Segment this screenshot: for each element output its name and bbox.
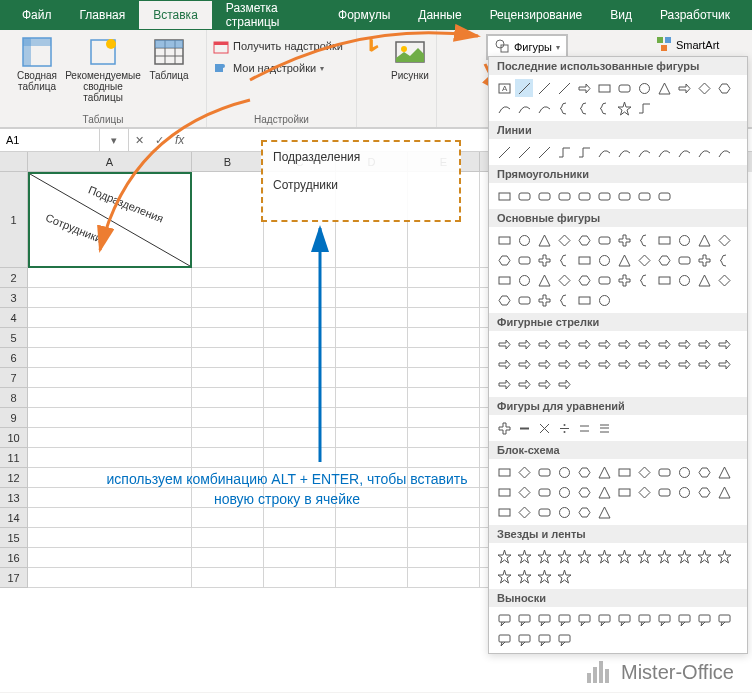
shape-item[interactable] bbox=[515, 611, 533, 629]
shape-item[interactable] bbox=[515, 271, 533, 289]
cell[interactable] bbox=[192, 288, 264, 308]
shape-item[interactable] bbox=[535, 375, 553, 393]
shape-item[interactable] bbox=[555, 483, 573, 501]
shape-item[interactable] bbox=[515, 355, 533, 373]
cell[interactable] bbox=[192, 328, 264, 348]
pivot-table-button[interactable]: Сводная таблица bbox=[6, 34, 68, 114]
cell[interactable] bbox=[264, 548, 336, 568]
shape-item[interactable] bbox=[515, 335, 533, 353]
shape-item[interactable] bbox=[595, 79, 613, 97]
cell[interactable] bbox=[408, 408, 480, 428]
cell[interactable] bbox=[192, 428, 264, 448]
cell[interactable] bbox=[192, 368, 264, 388]
shape-item[interactable] bbox=[595, 335, 613, 353]
shape-item[interactable] bbox=[555, 79, 573, 97]
shape-item[interactable] bbox=[675, 483, 693, 501]
shape-item[interactable] bbox=[535, 483, 553, 501]
shape-item[interactable] bbox=[535, 463, 553, 481]
cell[interactable] bbox=[336, 548, 408, 568]
row-header-12[interactable]: 12 bbox=[0, 468, 28, 488]
shape-item[interactable] bbox=[595, 187, 613, 205]
cell[interactable] bbox=[264, 388, 336, 408]
shape-item[interactable] bbox=[515, 79, 533, 97]
shape-item[interactable] bbox=[495, 251, 513, 269]
cell-a1[interactable]: Подразделения Сотрудники bbox=[28, 172, 192, 268]
cell[interactable] bbox=[336, 568, 408, 588]
shape-item[interactable] bbox=[595, 291, 613, 309]
shape-item[interactable] bbox=[615, 143, 633, 161]
shape-item[interactable] bbox=[555, 355, 573, 373]
shape-item[interactable] bbox=[675, 251, 693, 269]
cell[interactable] bbox=[192, 548, 264, 568]
shape-item[interactable] bbox=[535, 631, 553, 649]
shape-item[interactable] bbox=[695, 483, 713, 501]
shape-item[interactable] bbox=[595, 611, 613, 629]
shape-item[interactable] bbox=[575, 143, 593, 161]
shape-item[interactable] bbox=[515, 483, 533, 501]
shape-item[interactable] bbox=[535, 503, 553, 521]
shape-item[interactable] bbox=[555, 567, 573, 585]
shape-item[interactable] bbox=[695, 547, 713, 565]
tab-review[interactable]: Рецензирование bbox=[476, 1, 597, 29]
tab-view[interactable]: Вид bbox=[596, 1, 646, 29]
shape-item[interactable] bbox=[715, 79, 733, 97]
tab-insert[interactable]: Вставка bbox=[139, 1, 212, 29]
cell[interactable] bbox=[408, 288, 480, 308]
cell[interactable] bbox=[336, 268, 408, 288]
shape-item[interactable] bbox=[535, 419, 553, 437]
shape-item[interactable] bbox=[575, 503, 593, 521]
shape-item[interactable] bbox=[715, 547, 733, 565]
shape-item[interactable] bbox=[555, 463, 573, 481]
shape-item[interactable] bbox=[495, 419, 513, 437]
shape-item[interactable] bbox=[495, 483, 513, 501]
cell[interactable] bbox=[336, 328, 408, 348]
shape-item[interactable] bbox=[515, 419, 533, 437]
cell[interactable] bbox=[28, 548, 192, 568]
shape-item[interactable] bbox=[655, 483, 673, 501]
cell[interactable] bbox=[192, 172, 264, 268]
shape-item[interactable] bbox=[615, 251, 633, 269]
shape-item[interactable] bbox=[515, 503, 533, 521]
shape-item[interactable] bbox=[715, 251, 733, 269]
shape-item[interactable] bbox=[695, 143, 713, 161]
row-header-16[interactable]: 16 bbox=[0, 548, 28, 568]
cell[interactable] bbox=[28, 328, 192, 348]
shape-item[interactable] bbox=[495, 231, 513, 249]
shape-item[interactable] bbox=[595, 463, 613, 481]
shape-item[interactable] bbox=[495, 271, 513, 289]
shape-item[interactable] bbox=[635, 335, 653, 353]
row-header-3[interactable]: 3 bbox=[0, 288, 28, 308]
cell[interactable] bbox=[28, 348, 192, 368]
row-header-9[interactable]: 9 bbox=[0, 408, 28, 428]
shape-item[interactable] bbox=[535, 231, 553, 249]
shape-item[interactable] bbox=[495, 547, 513, 565]
shape-item[interactable] bbox=[515, 631, 533, 649]
shape-item[interactable] bbox=[675, 79, 693, 97]
shape-item[interactable] bbox=[655, 231, 673, 249]
pictures-button[interactable]: Рисунки bbox=[389, 34, 431, 127]
shape-item[interactable] bbox=[555, 335, 573, 353]
shape-item[interactable] bbox=[695, 271, 713, 289]
cell[interactable] bbox=[264, 268, 336, 288]
shape-item[interactable] bbox=[695, 463, 713, 481]
shape-item[interactable] bbox=[555, 547, 573, 565]
shape-item[interactable] bbox=[615, 335, 633, 353]
row-header-11[interactable]: 11 bbox=[0, 448, 28, 468]
shape-item[interactable] bbox=[695, 231, 713, 249]
dropdown-icon[interactable]: ▾ bbox=[104, 130, 124, 150]
shape-item[interactable] bbox=[635, 547, 653, 565]
shape-item[interactable] bbox=[555, 231, 573, 249]
tab-home[interactable]: Главная bbox=[66, 1, 140, 29]
shape-item[interactable] bbox=[595, 547, 613, 565]
row-header-5[interactable]: 5 bbox=[0, 328, 28, 348]
cell[interactable] bbox=[336, 288, 408, 308]
cell[interactable] bbox=[408, 368, 480, 388]
shape-item[interactable] bbox=[715, 355, 733, 373]
cell[interactable] bbox=[264, 528, 336, 548]
shape-item[interactable] bbox=[555, 187, 573, 205]
tab-data[interactable]: Данные bbox=[404, 1, 475, 29]
shape-item[interactable] bbox=[595, 143, 613, 161]
cell[interactable] bbox=[408, 348, 480, 368]
shape-item[interactable] bbox=[495, 631, 513, 649]
shape-item[interactable] bbox=[515, 567, 533, 585]
